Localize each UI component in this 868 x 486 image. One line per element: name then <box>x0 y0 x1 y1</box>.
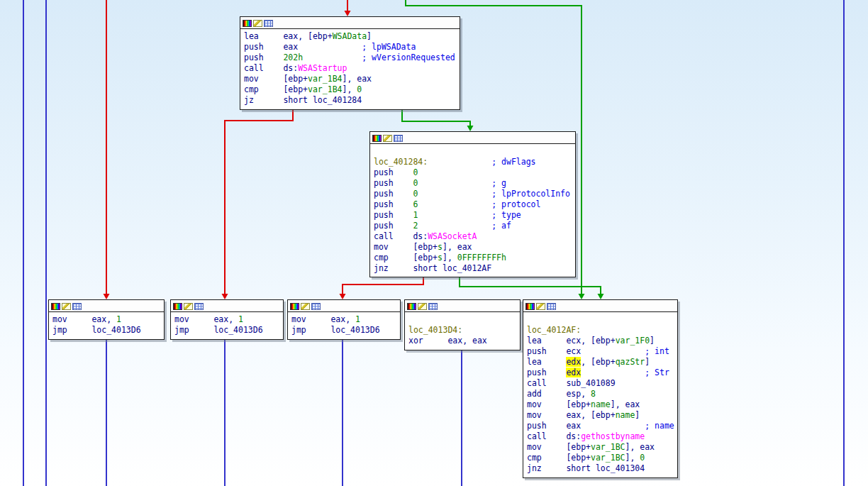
node-color-icon[interactable] <box>173 303 182 310</box>
token-variable: name <box>591 399 611 409</box>
code-line[interactable]: jnz short loc_401304 <box>527 463 674 474</box>
node-color-icon[interactable] <box>372 135 382 142</box>
node-edit-icon[interactable] <box>383 135 392 142</box>
code-line[interactable]: push 0 ; lpProtocolInfo <box>374 189 572 199</box>
code-line[interactable]: push 1 ; type <box>374 210 572 221</box>
node-edit-icon[interactable] <box>418 303 427 310</box>
code-line[interactable]: mov [ebp+name], eax <box>527 399 674 410</box>
node-edit-icon[interactable] <box>536 303 545 310</box>
code-line[interactable]: push 202h ; wVersionRequested <box>244 53 456 63</box>
code-listing: lea eax, [ebp+WSAData]push eax ; lpWSADa… <box>240 29 460 106</box>
code-line[interactable]: loc_4013D4: <box>408 325 516 336</box>
code-line[interactable]: add esp, 8 <box>527 389 674 399</box>
token-mnemonic: call <box>527 378 566 388</box>
node-group-icon[interactable] <box>264 20 273 27</box>
code-line[interactable]: lea eax, [ebp+WSAData] <box>244 31 456 42</box>
token-mnemonic: push <box>374 210 413 220</box>
token-mnemonic: mov <box>527 442 566 452</box>
code-line[interactable]: call sub_401089 <box>527 378 674 389</box>
block-loc-4013d4[interactable]: loc_4013D4:xor eax, eax <box>404 299 521 350</box>
code-line[interactable]: push ecx ; int <box>527 346 674 357</box>
code-line[interactable]: push 0 ; g <box>374 178 572 189</box>
node-title-bar[interactable] <box>288 300 400 312</box>
code-listing: mov eax, 1jmp loc_4013D6 <box>288 312 400 336</box>
code-line[interactable]: jmp loc_4013D6 <box>291 325 396 336</box>
node-color-icon[interactable] <box>243 20 252 27</box>
code-line[interactable]: lea edx, [ebp+qazStr] <box>527 357 674 368</box>
token-variable: s <box>438 253 443 263</box>
code-line[interactable]: loc_401284: ; dwFlags <box>374 157 572 167</box>
token-mnemonic: mov <box>52 314 91 324</box>
node-color-icon[interactable] <box>51 303 60 310</box>
code-line[interactable]: push edx ; Str <box>527 368 674 378</box>
token-number: 0 <box>413 167 418 177</box>
node-edit-icon[interactable] <box>184 303 193 310</box>
token-variable: qazStr <box>616 357 645 367</box>
code-line[interactable]: jz short loc_401284 <box>244 95 456 106</box>
block-wsastartup[interactable]: lea eax, [ebp+WSAData]push eax ; lpWSADa… <box>240 16 460 110</box>
code-line[interactable]: mov [ebp+var_1B4], eax <box>244 74 456 84</box>
node-title-bar[interactable] <box>240 17 460 29</box>
code-line[interactable]: mov eax, 1 <box>291 314 396 325</box>
token-mnemonic: mov <box>527 410 566 420</box>
code-line[interactable]: jmp loc_4013D6 <box>52 325 160 336</box>
token-target: sub_401089 <box>566 378 615 388</box>
code-line[interactable]: call ds:WSASocketA <box>374 231 572 242</box>
node-color-icon[interactable] <box>525 303 535 310</box>
code-line[interactable]: cmp [ebp+var_1B4], 0 <box>244 84 456 95</box>
node-color-icon[interactable] <box>407 303 416 310</box>
token-code: , [ebp+ <box>581 357 615 367</box>
graph-canvas[interactable]: lea eax, [ebp+WSAData]push eax ; lpWSADa… <box>0 0 868 486</box>
node-group-icon[interactable] <box>428 303 438 310</box>
code-line[interactable]: push eax ; lpWSAData <box>244 42 456 53</box>
code-line[interactable]: mov eax, [ebp+name] <box>527 410 674 421</box>
node-group-icon[interactable] <box>394 135 403 142</box>
token-code: [ebp+ <box>413 242 438 252</box>
block-mov-eax-1-c[interactable]: mov eax, 1jmp loc_4013D6 <box>287 299 401 340</box>
code-line[interactable]: cmp [ebp+s], 0FFFFFFFFh <box>374 253 572 263</box>
code-line[interactable] <box>374 146 572 157</box>
node-edit-icon[interactable] <box>253 20 262 27</box>
code-line[interactable]: xor eax, eax <box>408 336 516 346</box>
code-line[interactable]: jmp loc_4013D6 <box>174 325 279 336</box>
code-line[interactable]: push eax ; name <box>527 421 674 431</box>
code-line[interactable]: push 0 <box>374 167 572 178</box>
code-line[interactable]: mov [ebp+s], eax <box>374 242 572 253</box>
graph-blocks-layer: lea eax, [ebp+WSAData]push eax ; lpWSADa… <box>0 0 868 486</box>
code-line[interactable] <box>408 314 516 325</box>
token-target: loc_4013D6 <box>213 325 262 335</box>
node-group-icon[interactable] <box>311 303 321 310</box>
node-group-icon[interactable] <box>547 303 556 310</box>
node-group-icon[interactable] <box>194 303 204 310</box>
code-line[interactable]: call ds:gethostbyname <box>527 431 674 442</box>
code-line[interactable]: mov eax, 1 <box>174 314 279 325</box>
node-title-bar[interactable] <box>523 300 677 312</box>
token-mnemonic: push <box>527 346 566 356</box>
token-code: ] <box>650 336 655 346</box>
block-loc-401284[interactable]: loc_401284: ; dwFlagspush 0push 0 ; gpus… <box>369 131 576 277</box>
node-color-icon[interactable] <box>290 303 299 310</box>
block-mov-eax-1-b[interactable]: mov eax, 1jmp loc_4013D6 <box>170 299 284 340</box>
token-variable: WSAData <box>333 31 367 41</box>
code-line[interactable]: mov eax, 1 <box>52 314 160 325</box>
code-line[interactable]: push 6 ; protocol <box>374 199 572 210</box>
node-title-bar[interactable] <box>49 300 164 312</box>
code-line[interactable]: push 2 ; af <box>374 221 572 231</box>
code-line[interactable]: loc_4012AF: <box>527 325 674 336</box>
code-line[interactable] <box>527 314 674 325</box>
node-title-bar[interactable] <box>405 300 520 312</box>
code-line[interactable]: cmp [ebp+var_1BC], 0 <box>527 453 674 463</box>
code-line[interactable]: mov [ebp+var_1BC], eax <box>527 442 674 453</box>
node-group-icon[interactable] <box>72 303 82 310</box>
node-title-bar[interactable] <box>171 300 283 312</box>
node-edit-icon[interactable] <box>62 303 71 310</box>
node-title-bar[interactable] <box>370 132 575 144</box>
code-line[interactable]: jnz short loc_4012AF <box>374 263 572 274</box>
node-edit-icon[interactable] <box>301 303 310 310</box>
token-target: loc_4012AF <box>443 263 491 273</box>
code-line[interactable]: call ds:WSAStartup <box>244 63 456 74</box>
block-loc-4012af[interactable]: loc_4012AF:lea ecx, [ebp+var_1F0]push ec… <box>523 299 678 478</box>
block-mov-eax-1-a[interactable]: mov eax, 1jmp loc_4013D6 <box>48 299 165 340</box>
token-number: 0FFFFFFFFh <box>457 253 506 263</box>
code-line[interactable]: lea ecx, [ebp+var_1F0] <box>527 336 674 346</box>
